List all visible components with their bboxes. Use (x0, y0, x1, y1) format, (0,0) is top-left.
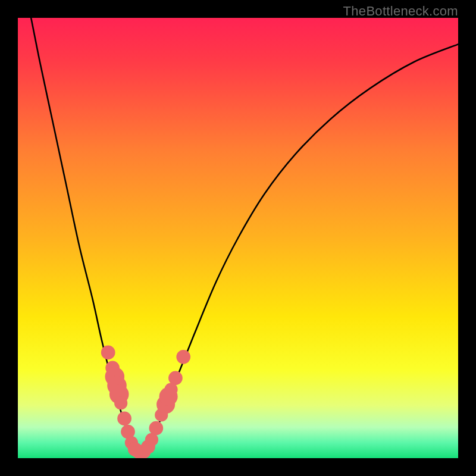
data-marker (168, 371, 183, 385)
plot-area (18, 18, 458, 458)
data-marker (101, 346, 115, 360)
watermark-text: TheBottleneck.com (343, 4, 458, 19)
data-marker (114, 396, 127, 409)
data-marker (117, 412, 131, 426)
curve-layer (18, 18, 458, 458)
bottleneck-curve (31, 18, 458, 453)
marker-group (101, 346, 190, 458)
data-marker (176, 350, 190, 364)
chart-frame: TheBottleneck.com (0, 0, 476, 476)
data-marker (149, 421, 164, 436)
